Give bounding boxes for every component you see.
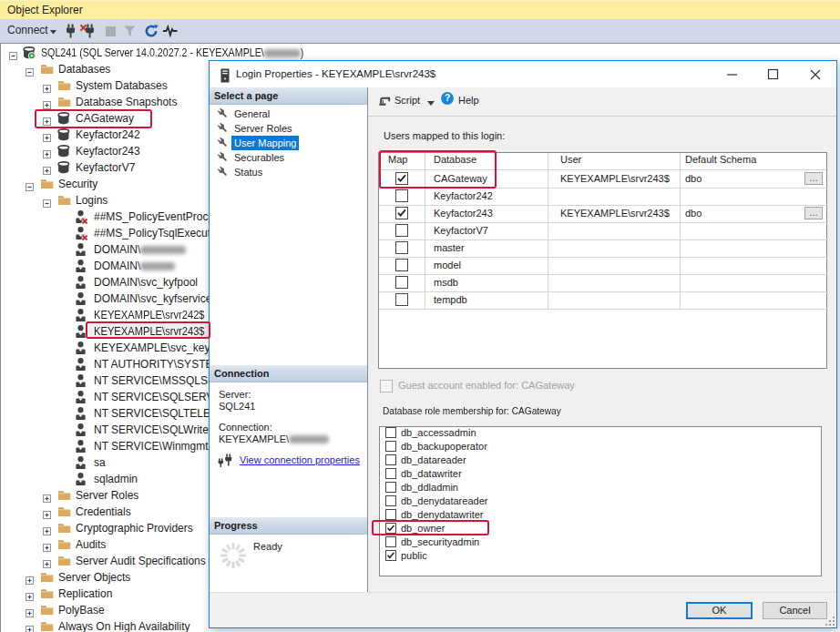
- svg-text:?: ?: [445, 93, 450, 103]
